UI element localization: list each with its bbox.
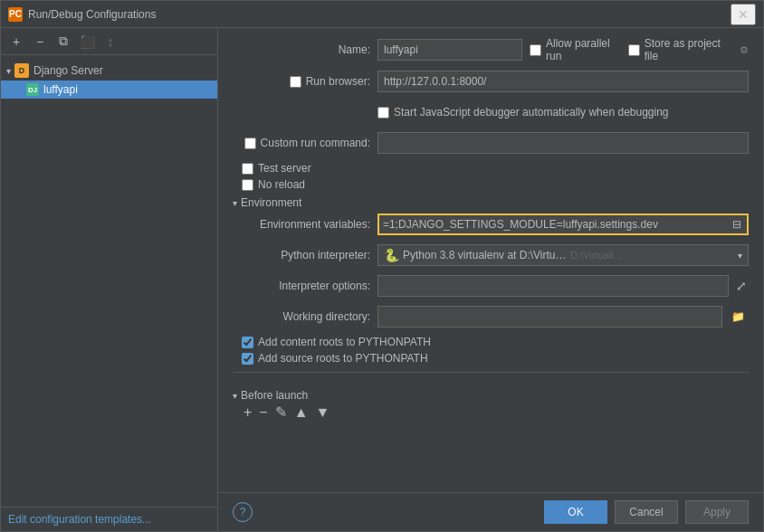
env-vars-area: =1;DJANGO_SETTINGS_MODULE=luffyapi.setti… <box>377 214 749 235</box>
group-label: Django Server <box>33 64 103 77</box>
dialog-footer: ? OK Cancel Apply <box>218 492 763 531</box>
add-source-roots-wrapper[interactable]: Add source roots to PYTHONPATH <box>242 352 428 365</box>
custom-run-area <box>377 132 749 154</box>
js-debugger-wrapper[interactable]: Start JavaScript debugger automatically … <box>377 106 669 119</box>
store-as-project-label: Store as project file <box>645 37 729 62</box>
apply-button[interactable]: Apply <box>685 500 749 524</box>
interpreter-options-expand-button[interactable]: ⤢ <box>734 279 749 293</box>
edit-templates-link[interactable]: Edit configuration templates... <box>8 513 151 526</box>
django-server-group: ▾ D Django Server DJ luffyapi <box>1 59 217 100</box>
test-server-row: Test server <box>242 162 749 175</box>
env-vars-row: Environment variables: =1;DJANGO_SETTING… <box>233 213 749 236</box>
before-launch-remove-button[interactable]: − <box>257 405 269 420</box>
sidebar-toolbar: + − ⧉ ⬛ ↕ <box>1 28 217 55</box>
allow-parallel-wrapper[interactable]: Allow parallel run <box>530 37 621 62</box>
add-source-roots-label: Add source roots to PYTHONPATH <box>258 352 428 365</box>
run-browser-wrapper[interactable]: Run browser: <box>233 75 370 88</box>
before-launch-up-button[interactable]: ▲ <box>292 405 310 420</box>
luffyapi-config-item[interactable]: DJ luffyapi <box>1 81 217 99</box>
env-vars-edit-button[interactable]: ⊟ <box>731 218 743 231</box>
ok-button[interactable]: OK <box>544 500 607 524</box>
custom-run-wrapper[interactable]: Custom run command: <box>233 137 370 149</box>
custom-run-input[interactable] <box>377 132 749 154</box>
test-server-wrapper[interactable]: Test server <box>242 162 311 175</box>
move-config-button[interactable]: ⬛ <box>77 32 97 52</box>
footer-left: ? <box>233 502 253 522</box>
title-bar: PC Run/Debug Configurations ✕ <box>1 1 763 28</box>
working-dir-area: 📁 <box>377 306 749 328</box>
working-dir-input[interactable] <box>377 306 722 328</box>
run-browser-input[interactable] <box>377 71 749 92</box>
run-browser-row: Run browser: <box>233 70 749 93</box>
run-browser-label: Run browser: <box>233 75 377 88</box>
interpreter-options-input[interactable] <box>377 275 729 297</box>
js-debugger-row: Start JavaScript debugger automatically … <box>233 100 749 124</box>
before-launch-down-button[interactable]: ▼ <box>314 405 332 420</box>
before-launch-arrow: ▾ <box>233 391 237 401</box>
name-label: Name: <box>233 43 377 56</box>
add-content-roots-checkbox[interactable] <box>242 337 253 348</box>
name-input[interactable] <box>377 39 522 61</box>
env-vars-field[interactable]: =1;DJANGO_SETTINGS_MODULE=luffyapi.setti… <box>377 214 749 235</box>
chevron-down-icon: ▾ <box>6 66 11 76</box>
run-browser-label-text: Run browser: <box>306 75 370 88</box>
cancel-button[interactable]: Cancel <box>615 500 678 524</box>
store-as-project-wrapper[interactable]: Store as project file <box>628 37 729 62</box>
js-debugger-checkbox[interactable] <box>377 107 389 119</box>
dialog-body: + − ⧉ ⬛ ↕ ▾ D Django Server <box>1 28 763 531</box>
add-config-button[interactable]: + <box>6 32 26 52</box>
close-button[interactable]: ✕ <box>731 4 756 25</box>
store-as-project-checkbox[interactable] <box>628 44 640 56</box>
add-content-roots-wrapper[interactable]: Add content roots to PYTHONPATH <box>242 336 431 348</box>
working-dir-browse-button[interactable]: 📁 <box>728 310 749 323</box>
no-reload-label: No reload <box>258 178 305 191</box>
sort-config-button[interactable]: ↕ <box>100 32 120 52</box>
before-launch-toolbar: + − ✎ ▲ ▼ <box>233 405 749 420</box>
copy-config-button[interactable]: ⧉ <box>53 32 73 52</box>
help-button[interactable]: ? <box>233 502 253 522</box>
add-source-roots-row: Add source roots to PYTHONPATH <box>242 352 749 365</box>
no-reload-checkbox[interactable] <box>242 179 253 191</box>
test-server-checkbox[interactable] <box>242 163 253 175</box>
env-section-title: Environment <box>241 196 301 209</box>
custom-run-row: Custom run command: <box>233 131 749 155</box>
python-path-text: D:\Virtuali... <box>570 250 738 261</box>
before-launch-title: Before launch <box>241 389 308 402</box>
run-debug-dialog: PC Run/Debug Configurations ✕ + − ⧉ ⬛ ↕ … <box>0 0 764 532</box>
working-dir-label: Working directory: <box>233 310 377 323</box>
js-debugger-label: Start JavaScript debugger automatically … <box>394 106 669 119</box>
before-launch-edit-button[interactable]: ✎ <box>273 405 289 420</box>
remove-config-button[interactable]: − <box>30 32 50 52</box>
run-browser-checkbox[interactable] <box>290 76 301 88</box>
gear-icon: ⚙ <box>740 44 749 56</box>
add-content-roots-row: Add content roots to PYTHONPATH <box>242 336 749 348</box>
before-launch-section: ▾ Before launch + − ✎ ▲ ▼ <box>233 380 749 423</box>
chevron-down-icon: ▾ <box>738 251 742 261</box>
interpreter-options-row: Interpreter options: ⤢ <box>233 274 749 298</box>
add-content-roots-label: Add content roots to PYTHONPATH <box>258 336 431 348</box>
custom-run-label: Custom run command: <box>261 137 370 149</box>
footer-right: OK Cancel Apply <box>544 500 749 524</box>
django-item-icon: DJ <box>26 83 39 96</box>
tree-group-header[interactable]: ▾ D Django Server <box>1 61 217 81</box>
main-panel: Name: Allow parallel run Store as projec… <box>218 28 763 531</box>
python-interpreter-selector[interactable]: 🐍 Python 3.8 virtualenv at D:\Virtualenv… <box>377 244 749 266</box>
name-row: Name: Allow parallel run Store as projec… <box>233 37 749 62</box>
allow-parallel-checkbox[interactable] <box>530 44 541 56</box>
python-interpreter-text: Python 3.8 virtualenv at D:\Virtualenvs\… <box>403 249 570 261</box>
dialog-title: Run/Debug Configurations <box>28 8 731 21</box>
before-launch-add-button[interactable]: + <box>242 405 253 420</box>
before-launch-header: ▾ Before launch <box>233 389 749 402</box>
no-reload-wrapper[interactable]: No reload <box>242 178 305 191</box>
interpreter-options-area: ⤢ <box>377 275 749 297</box>
python-interpreter-row: Python interpreter: 🐍 Python 3.8 virtual… <box>233 243 749 267</box>
env-section-arrow: ▾ <box>233 198 237 208</box>
django-server-icon: D <box>14 63 29 78</box>
allow-parallel-label: Allow parallel run <box>546 37 621 62</box>
sidebar-footer: Edit configuration templates... <box>1 507 217 531</box>
add-source-roots-checkbox[interactable] <box>242 353 253 365</box>
env-vars-label: Environment variables: <box>233 218 377 231</box>
python-interpreter-area: 🐍 Python 3.8 virtualenv at D:\Virtualenv… <box>377 244 749 266</box>
custom-run-checkbox[interactable] <box>244 138 256 149</box>
app-icon: PC <box>8 7 23 22</box>
